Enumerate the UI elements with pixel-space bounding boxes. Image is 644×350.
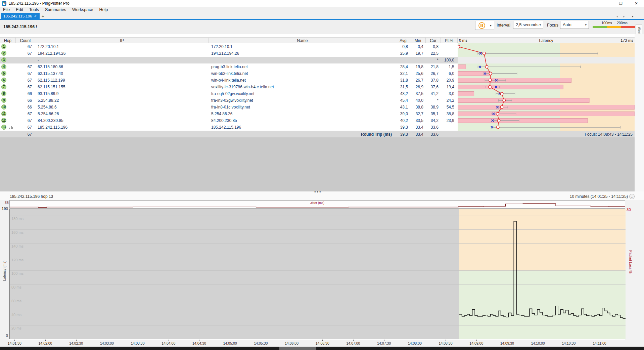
pause-dropdown-button[interactable]: ▾ <box>488 21 494 30</box>
interval-select[interactable]: 2,5 seconds ▾ <box>513 21 543 29</box>
hop-number-badge: 11 <box>1 111 6 116</box>
tab-list-icon[interactable]: ▾ <box>632 15 634 18</box>
time-tick-label: 14:01:30 <box>8 341 21 345</box>
cell-name: fra-eq5-02gw.voxility.net <box>209 90 396 97</box>
cell-name: 185.242.115.196 <box>209 124 396 131</box>
tab-scroll-left-icon[interactable]: ◂ <box>616 15 618 18</box>
cell-min: 37,5 <box>410 90 426 97</box>
table-row-hop-3[interactable]: 3-*100,0 <box>0 57 458 63</box>
hop-number-badge: 8 <box>1 91 6 96</box>
cell-count: 66 <box>16 97 34 104</box>
menu-item-summaries[interactable]: Summaries <box>42 7 69 13</box>
cell-min: 26,9 <box>410 84 426 90</box>
cell-cur: 34,2 <box>426 117 441 124</box>
menu-item-edit[interactable]: Edit <box>13 7 26 13</box>
focus-label: Focus <box>547 23 558 28</box>
hop-number-badge: 3 <box>1 57 6 62</box>
tab-target[interactable]: 185.242.115.196 ✓ <box>1 13 40 19</box>
close-button[interactable]: ✕ <box>629 0 644 7</box>
cell-count: 67 <box>16 70 34 77</box>
cell-avg: 43,1 <box>396 104 410 111</box>
maximize-button[interactable]: ❐ <box>613 0 629 7</box>
cell-count: 67 <box>16 124 34 131</box>
cell-cur: * <box>426 57 441 63</box>
cell-avg: 32,1 <box>396 70 410 77</box>
time-tick-label: 14:03:00 <box>100 341 114 345</box>
tab-scroll-right-icon[interactable]: ▸ <box>623 15 625 18</box>
cell-name: win-b4-link.telia.net <box>209 77 396 84</box>
time-tick <box>476 340 477 341</box>
cell-ip: 5.254.88.6 <box>35 104 209 111</box>
column-header-ip[interactable]: IP <box>35 38 209 44</box>
cell-cur: 38,9 <box>426 104 441 111</box>
splitter-handle[interactable]: ••• <box>314 189 322 194</box>
time-tick <box>45 340 46 341</box>
focus-value: Auto <box>563 23 571 27</box>
target-address: 185.242.115.196 / <box>3 25 37 29</box>
timeline-range-label: 10 minutes (14:01:25 - 14:11:25) <box>570 194 628 199</box>
menu-item-file[interactable]: File <box>0 7 13 13</box>
tab-strip <box>0 13 644 19</box>
pingplotter-window: 185.242.115.196 - PingPlotter Pro — ❐ ✕ … <box>0 0 644 350</box>
cell-count: 67 <box>16 117 34 124</box>
summary-cur: 33,6 <box>426 131 441 138</box>
time-tick-label: 14:02:00 <box>39 341 52 345</box>
focus-select[interactable]: Auto ▾ <box>560 21 589 29</box>
packet-loss-bar <box>458 105 635 110</box>
cell-ip: 93.115.89.9 <box>35 90 209 97</box>
timeline-range-chevron-icon[interactable]: ⌄ <box>629 194 635 199</box>
average-latency-circle <box>497 126 499 129</box>
bottom-scroll-thumb[interactable] <box>279 347 316 350</box>
column-header-min[interactable]: Min <box>410 38 426 44</box>
average-latency-circle <box>489 86 491 88</box>
column-header-avg[interactable]: Avg <box>396 38 410 44</box>
cell-count: 67 <box>16 84 34 90</box>
time-tick <box>261 340 261 341</box>
interval-label: Interval <box>497 23 510 28</box>
timeline-plot[interactable]: 180 ms160 ms140 ms120 ms100 ms80 ms60 ms… <box>9 209 626 339</box>
menu-item-tools[interactable]: Tools <box>26 7 42 13</box>
hop-latency-graph <box>458 43 635 131</box>
cell-pl: 23,9 <box>441 117 457 124</box>
cell-ip: 172.20.10.1 <box>35 43 209 50</box>
time-tick-label: 14:05:00 <box>223 341 237 345</box>
time-axis: 14:01:3014:02:0014:02:3014:03:0014:03:30… <box>9 340 625 347</box>
pause-button[interactable] <box>475 21 488 30</box>
round-trip-summary-row: 67 Round Trip (ms) 39,3 33,4 33,6 Focus:… <box>0 131 635 137</box>
jitter-strip: Jitter (ms) <box>9 200 625 209</box>
cell-name: prag-b3-link.telia.net <box>209 63 396 70</box>
column-header-name[interactable]: Name <box>209 38 396 44</box>
cell-min: 38,8 <box>410 104 426 111</box>
column-header-cur[interactable]: Cur <box>426 38 441 44</box>
packet-loss-bar <box>458 119 588 123</box>
time-tick <box>76 340 77 341</box>
time-tick-label: 14:04:30 <box>192 341 206 345</box>
tab-label: 185.242.115.196 <box>3 14 32 18</box>
column-header-pl[interactable]: PL% <box>441 38 458 44</box>
average-latency-circle <box>483 52 486 55</box>
cell-min: 40,0 <box>410 97 426 104</box>
time-tick <box>384 340 384 341</box>
cell-cur: 35,1 <box>426 111 441 117</box>
cell-count: 67 <box>16 63 34 70</box>
cell-cur: 33,6 <box>426 124 441 131</box>
collapsed-panel-area <box>0 137 635 191</box>
cell-pl <box>441 43 457 50</box>
cell-avg: 45,4 <box>396 97 410 104</box>
jitter-axis-max: 35 <box>3 201 9 205</box>
menu-item-workspace[interactable]: Workspace <box>69 7 96 13</box>
summary-min: 33,4 <box>410 131 426 138</box>
column-header-count[interactable]: Count <box>16 38 35 44</box>
minimize-button[interactable]: — <box>598 0 613 7</box>
average-latency-circle <box>496 113 499 115</box>
time-tick-label: 14:06:00 <box>285 341 298 345</box>
cell-cur: 21,8 <box>426 63 441 70</box>
cell-avg: 43,2 <box>396 90 410 97</box>
time-tick-label: 14:07:30 <box>377 341 391 345</box>
new-tab-button[interactable]: + <box>40 13 46 19</box>
menu-item-help[interactable]: Help <box>96 7 111 13</box>
column-header-hop[interactable]: Hop <box>0 38 16 44</box>
time-tick <box>569 340 569 341</box>
packet-loss-bar <box>458 78 571 83</box>
time-tick-label: 14:08:30 <box>439 341 453 345</box>
